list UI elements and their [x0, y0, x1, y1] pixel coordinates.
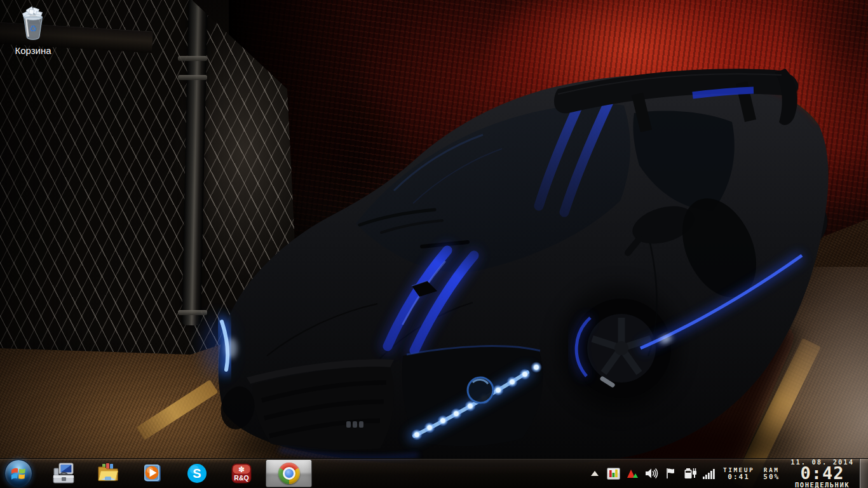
svg-text:S: S — [193, 466, 201, 480]
tray-overflow-chevron-up-icon[interactable] — [589, 464, 600, 483]
taskbar-item-system-tools[interactable] — [43, 459, 83, 487]
tray-clock[interactable]: 11. 08. 2014 0:42 ПОНЕДЕЛЬНИК — [790, 458, 854, 488]
media-player-icon — [142, 463, 163, 484]
network-graph-icon[interactable] — [625, 464, 641, 483]
pinned-taskbar-items: S ✽ R&Q — [43, 459, 312, 487]
resource-monitor-icon[interactable] — [606, 464, 622, 483]
clock-time: 0:42 — [801, 466, 844, 481]
svg-text:R&Q: R&Q — [234, 474, 248, 482]
ram-status: RAM 50% — [763, 466, 780, 481]
skype-icon: S — [186, 463, 208, 484]
folder-icon — [97, 463, 119, 484]
start-button[interactable] — [4, 459, 33, 488]
taskbar-item-skype[interactable]: S — [177, 459, 217, 487]
chrome-icon — [278, 463, 300, 484]
red-grunge-wall — [229, 0, 868, 273]
taskbar-item-rnq[interactable]: ✽ R&Q — [221, 459, 261, 487]
desktop: ♻ Корзина — [0, 0, 868, 488]
windows-orb-icon — [4, 459, 32, 487]
timeup-label: TIMEUP — [723, 466, 754, 473]
taskbar-item-chrome[interactable] — [266, 459, 312, 487]
ram-label: RAM — [764, 466, 780, 473]
system-tools-icon — [53, 463, 74, 484]
signal-bars-icon[interactable] — [701, 464, 717, 483]
wallpaper-car-night — [0, 0, 868, 488]
power-battery-icon[interactable] — [682, 464, 698, 483]
timeup-status: TIMEUP 0:41 — [723, 466, 754, 481]
svg-text:♻: ♻ — [29, 24, 37, 34]
svg-text:✽: ✽ — [238, 465, 244, 474]
taskbar-item-media-player[interactable] — [132, 459, 172, 487]
chrome-core — [283, 467, 295, 480]
recycle-bin-label: Корзина — [5, 45, 61, 56]
timeup-value: 0:41 — [728, 473, 750, 481]
action-center-flag-icon[interactable] — [663, 464, 679, 483]
taskbar: S ✽ R&Q — [0, 458, 868, 488]
system-tray: TIMEUP 0:41 RAM 50% 11. 08. 2014 0:42 ПО… — [589, 459, 868, 488]
ram-value: 50% — [763, 473, 780, 481]
taskbar-item-file-explorer[interactable] — [88, 459, 128, 487]
clock-weekday: ПОНЕДЕЛЬНИК — [795, 481, 850, 488]
recycle-bin-glyph: ♻ — [15, 3, 51, 42]
show-desktop-button[interactable] — [859, 459, 868, 488]
rnq-icon: ✽ R&Q — [231, 463, 252, 484]
recycle-bin-icon[interactable]: ♻ Корзина — [5, 3, 61, 56]
volume-icon[interactable] — [644, 464, 660, 483]
corner-haze — [677, 267, 868, 488]
